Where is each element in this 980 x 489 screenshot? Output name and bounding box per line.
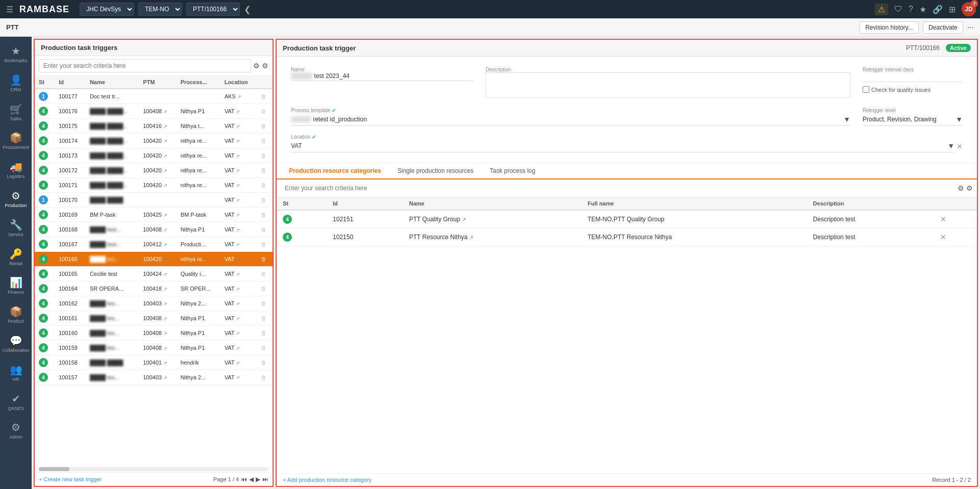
cell-delete[interactable]: 🗑	[257, 355, 273, 370]
table-row[interactable]: 4 100161 ████ tes... 100408 ↗ Nithya P1 …	[35, 311, 273, 326]
help-icon[interactable]: ?	[909, 5, 913, 14]
hamburger-menu[interactable]: ☰	[4, 3, 15, 16]
sidebar-item-procurement[interactable]: 📦 Procurement	[2, 127, 30, 155]
sidebar-item-logistics[interactable]: 🚚 Logistics	[2, 157, 30, 184]
table-row[interactable]: 4 100171 ████ ████... 100420 ↗ nithya re…	[35, 178, 273, 193]
sidebar-item-finance[interactable]: 📊 Finance	[2, 272, 30, 299]
settings-button[interactable]: ⚙	[262, 62, 268, 70]
location-remove-button[interactable]: ✕	[957, 142, 963, 150]
cell-delete[interactable]: 🗑	[257, 134, 273, 148]
retrigger-interval-input[interactable]	[863, 72, 963, 82]
sidebar-item-hr[interactable]: 👥 HR	[2, 359, 30, 387]
grid-icon[interactable]: ⊞	[949, 5, 955, 14]
cell-delete[interactable]: 🗑	[257, 267, 273, 281]
cell-delete[interactable]: 🗑	[257, 281, 273, 296]
last-page-button[interactable]: ⏭	[262, 476, 268, 483]
check-quality-checkbox[interactable]	[863, 86, 869, 93]
sidebar-item-production[interactable]: ⚙ Production	[2, 186, 30, 213]
table-row[interactable]: 4 100176 ████ ████... 100408 ↗ Nithya P1…	[35, 104, 273, 119]
inner-table-row[interactable]: 4 102150 PTT Resource Nithya ↗ TEM-NO,PT…	[277, 228, 977, 246]
tab-production-resource-categories[interactable]: Production resource categories	[281, 163, 389, 179]
alert-icon[interactable]: ⚠	[875, 4, 888, 15]
cell-delete[interactable]: 🗑	[257, 119, 273, 134]
revision-history-button[interactable]: Revision history...	[860, 21, 919, 34]
cell-delete[interactable]: 🗑	[257, 341, 273, 355]
cell-delete[interactable]: 🗑	[257, 193, 273, 208]
cell-location: VAT ↗	[220, 148, 257, 163]
inner-settings-button[interactable]: ⚙	[966, 184, 973, 192]
link-icon[interactable]: 🔗	[933, 5, 943, 14]
user-avatar[interactable]: JD 7	[962, 2, 976, 16]
table-row[interactable]: 4 100164 SR OPERA... 100418 ↗ SR OPER...…	[35, 281, 273, 296]
sidebar-item-product[interactable]: 📦 Product	[2, 301, 30, 328]
cell-delete[interactable]: 🗑	[257, 104, 273, 119]
cell-delete[interactable]: 🗑	[257, 163, 273, 178]
table-row[interactable]: 4 100160 ████ tes... 100408 ↗ Nithya P1 …	[35, 326, 273, 341]
table-row[interactable]: 4 100165 Cecilie test 100424 ↗ Quality i…	[35, 267, 273, 281]
table-row[interactable]: 4 100169 BM P-task 100425 ↗ BM P-task VA…	[35, 208, 273, 222]
sidebar-item-bookmarks[interactable]: ★ Bookmarks	[2, 41, 30, 68]
nav-arrow-btn[interactable]: ❮	[244, 5, 251, 14]
sidebar-item-collaboration[interactable]: 💬 Collaboration	[2, 330, 30, 357]
description-input[interactable]	[485, 72, 850, 98]
cell-delete[interactable]: 🗑	[257, 178, 273, 193]
table-row[interactable]: 4 100159 ████ tes... 100408 ↗ Nithya P1 …	[35, 341, 273, 355]
sidebar-item-rental[interactable]: 🔑 Rental	[2, 244, 30, 271]
cell-delete[interactable]: 🗑	[257, 370, 273, 385]
cell-delete[interactable]: 🗑	[257, 148, 273, 163]
table-row[interactable]: 4 100167 ████ test... 100412 ↗ Producti.…	[35, 237, 273, 252]
cell-delete[interactable]: 🗑	[257, 208, 273, 222]
sidebar-item-crm[interactable]: 👤 CRM	[2, 70, 30, 97]
cell-delete[interactable]: 🗑	[257, 222, 273, 237]
filter-button[interactable]: ⚙	[253, 62, 260, 70]
tab-single-production-resources[interactable]: Single production resources	[389, 163, 482, 179]
sidebar-item-service[interactable]: 🔧 Service	[2, 215, 30, 242]
company-selector[interactable]: JHC DevSys	[80, 3, 134, 16]
bookmark-icon[interactable]: ★	[919, 5, 926, 14]
inner-search-input[interactable]	[281, 183, 955, 194]
table-row[interactable]: 4 100172 ████ ████... 100420 ↗ nithya re…	[35, 163, 273, 178]
inner-table-scroll[interactable]: St Id Name Full name Description 4 10215…	[277, 197, 977, 473]
tab-task-process-log[interactable]: Task process log	[482, 163, 544, 179]
add-production-resource-category-button[interactable]: + Add production resource category	[283, 477, 372, 483]
deactivate-button[interactable]: Deactivate	[923, 21, 963, 34]
region-selector[interactable]: TEM-NO	[138, 3, 182, 16]
process-template-dropdown[interactable]: ████ retest id_production ▼	[291, 113, 850, 126]
left-search-input[interactable]	[39, 59, 251, 72]
cell-delete[interactable]: 🗑	[257, 311, 273, 326]
horizontal-scrollbar[interactable]	[39, 467, 268, 471]
next-page-button[interactable]: ▶	[256, 476, 260, 483]
document-selector[interactable]: PTT/100166	[186, 3, 240, 16]
location-dropdown[interactable]: VAT ▼	[291, 140, 954, 152]
sidebar-item-sales[interactable]: 🛒 Sales	[2, 99, 30, 126]
more-options-button[interactable]: ···	[967, 23, 974, 32]
first-page-button[interactable]: ⏮	[241, 476, 247, 483]
retrigger-level-dropdown[interactable]: Product, Revision, Drawing ▼	[863, 113, 963, 126]
table-row[interactable]: 4 100166 ████ tes... 100420 ↗ nithya re.…	[35, 252, 273, 267]
table-row[interactable]: 4 100175 ████ ████... 100416 ↗ Nithya t.…	[35, 119, 273, 134]
cell-delete[interactable]: 🗑	[257, 252, 273, 267]
table-row[interactable]: 4 100168 ████ test... 100408 ↗ Nithya P1…	[35, 222, 273, 237]
left-table-scroll[interactable]: St Id Name PTM Process... Location 1 100…	[35, 76, 273, 466]
table-row[interactable]: 4 100174 ████ ████... 100420 ↗ nithya re…	[35, 134, 273, 148]
inner-cell-remove[interactable]: ✕	[934, 210, 977, 228]
prev-page-button[interactable]: ◀	[249, 476, 254, 483]
table-row[interactable]: 4 100162 ████ tes... 100403 ↗ Nithya 2..…	[35, 296, 273, 311]
create-task-trigger-button[interactable]: + Create new task trigger	[39, 476, 102, 482]
table-row[interactable]: 1 100177 Doc test tr... AKS ↗ 🗑	[35, 89, 273, 104]
table-row[interactable]: 1 100170 ████ ████ VAT ↗ 🗑	[35, 193, 273, 208]
sidebar-item-qhses[interactable]: ✔ QHSES	[2, 389, 30, 416]
table-row[interactable]: 4 100158 ████ ████ 100401 ↗ hendrik VAT …	[35, 355, 273, 370]
inner-filter-button[interactable]: ⚙	[958, 184, 964, 192]
shield-icon[interactable]: 🛡	[894, 5, 902, 14]
cell-delete[interactable]: 🗑	[257, 89, 273, 104]
cell-delete[interactable]: 🗑	[257, 326, 273, 341]
inner-table-row[interactable]: 4 102151 PTT Quality Group ↗ TEM-NO,PTT …	[277, 210, 977, 228]
cell-delete[interactable]: 🗑	[257, 296, 273, 311]
table-row[interactable]: 4 100173 ████ ████... 100420 ↗ nithya re…	[35, 148, 273, 163]
check-quality-checkbox-label[interactable]: Check for quality issues	[863, 86, 963, 93]
table-row[interactable]: 4 100157 ████ tes... 100403 ↗ Nithya 2..…	[35, 370, 273, 385]
inner-cell-remove[interactable]: ✕	[934, 228, 977, 246]
sidebar-item-admin[interactable]: ⚙ Admin	[2, 417, 30, 444]
cell-delete[interactable]: 🗑	[257, 237, 273, 252]
